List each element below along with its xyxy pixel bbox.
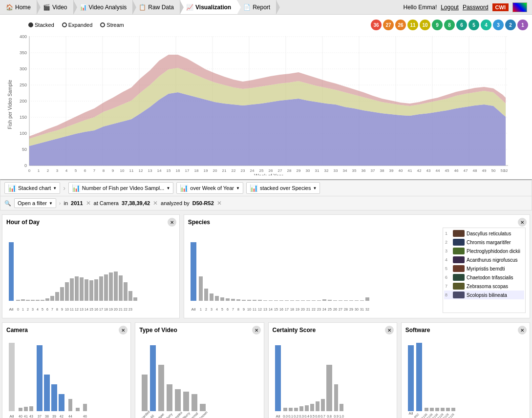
camera-remove[interactable]: ✕: [153, 200, 158, 207]
week-badge-26[interactable]: 26: [395, 20, 406, 30]
week-badge-4[interactable]: 4: [481, 20, 491, 30]
nav-home[interactable]: 🏠 Home: [0, 0, 37, 14]
open-filter-button[interactable]: Open a filter ▼: [14, 198, 56, 208]
logout-link[interactable]: Logout: [441, 4, 459, 11]
all-species-bar[interactable]: [191, 242, 196, 301]
svg-text:38: 38: [45, 415, 49, 418]
species-panel: Species ✕: [184, 214, 530, 318]
camera-chart: All 40 41 43 37 38 39 42 44 46 HoBiHu NP…: [6, 335, 121, 418]
chart-type-control[interactable]: 📊 Stacked chart ▼: [4, 182, 60, 194]
svg-text:7: 7: [51, 308, 53, 311]
nav-report[interactable]: 📄 Report: [237, 0, 277, 14]
hour-of-day-panel: Hour of Day ✕: [2, 214, 180, 318]
svg-rect-225: [192, 394, 197, 411]
week-badge-1[interactable]: 1: [517, 20, 528, 30]
week-badge-36[interactable]: 36: [371, 20, 382, 30]
legend-stream[interactable]: Stream: [100, 22, 124, 28]
navigation-bar: 🏠 Home 🎬 Video 📊 Video Analysis 📋 Raw Da…: [0, 0, 532, 15]
week-badge-5[interactable]: 5: [468, 20, 479, 30]
camera-all-bar[interactable]: [9, 343, 15, 411]
svg-text:250: 250: [19, 83, 26, 87]
type-discarded-bar[interactable]: [142, 375, 148, 411]
week-badge-3[interactable]: 3: [493, 20, 504, 30]
svg-rect-143: [231, 299, 235, 301]
nav-raw-data[interactable]: 📋 Raw Data: [133, 0, 180, 14]
camera-npp3-39[interactable]: [51, 384, 57, 411]
year-remove[interactable]: ✕: [86, 200, 91, 207]
software-all-bar[interactable]: [408, 345, 414, 411]
svg-text:29: 29: [296, 168, 300, 173]
nav-video-analysis[interactable]: 📊 Video Analysis: [74, 0, 133, 14]
password-link[interactable]: Password: [463, 4, 489, 11]
certainty-panel-close[interactable]: ✕: [385, 326, 394, 334]
week-badge-9[interactable]: 9: [432, 20, 443, 30]
week-badge-2[interactable]: 2: [505, 20, 516, 30]
report-icon: 📄: [243, 4, 251, 11]
species-panel-close[interactable]: ✕: [518, 218, 527, 227]
camera-npp3-37[interactable]: [37, 345, 43, 411]
svg-rect-163: [339, 300, 342, 301]
stack-dropdown[interactable]: ▼: [313, 186, 317, 190]
svg-rect-144: [236, 299, 240, 301]
nav-video[interactable]: 🎬 Video: [37, 0, 73, 14]
svg-rect-158: [312, 300, 316, 301]
svg-text:0.8: 0.8: [327, 415, 332, 418]
type-all-bar[interactable]: [150, 345, 156, 411]
svg-text:26: 26: [268, 168, 273, 173]
all-bar[interactable]: [9, 242, 14, 301]
svg-rect-94: [50, 296, 54, 301]
analyzed-remove[interactable]: ✕: [217, 200, 222, 207]
svg-text:19: 19: [296, 308, 299, 311]
svg-text:150: 150: [19, 115, 26, 120]
svg-rect-106: [109, 272, 113, 301]
svg-text:42: 42: [417, 168, 421, 173]
hour-panel-close[interactable]: ✕: [168, 218, 176, 227]
svg-rect-99: [75, 276, 79, 301]
software-panel-close[interactable]: ✕: [518, 326, 527, 334]
week-badge-11[interactable]: 11: [407, 20, 418, 30]
certainty-08-bar[interactable]: [326, 365, 332, 411]
software-d50-bar[interactable]: [416, 343, 422, 411]
svg-text:47: 47: [463, 168, 468, 173]
filter-dropdown[interactable]: ▼: [49, 201, 53, 206]
type-panel-close[interactable]: ✕: [252, 326, 261, 334]
camera-panel: Camera ✕ All 40 41 43 37: [2, 322, 131, 418]
svg-text:22: 22: [124, 308, 128, 311]
chart-type-dropdown[interactable]: ▼: [53, 186, 57, 190]
svg-text:44: 44: [68, 415, 72, 418]
svg-text:1: 1: [200, 308, 202, 311]
svg-text:7: 7: [93, 168, 95, 173]
svg-text:14: 14: [269, 308, 273, 311]
time-dropdown[interactable]: ▼: [236, 186, 240, 190]
week-badge-8[interactable]: 8: [444, 20, 455, 30]
svg-text:11: 11: [253, 308, 256, 311]
svg-rect-260: [441, 408, 445, 411]
nav-visualization[interactable]: 📈 Visualization: [180, 0, 237, 14]
svg-rect-244: [340, 404, 343, 411]
svg-rect-100: [80, 277, 84, 301]
svg-text:1: 1: [22, 308, 24, 311]
week-badge-10[interactable]: 10: [420, 20, 430, 30]
species-panel-title: Species: [188, 219, 526, 226]
measure-dropdown[interactable]: ▼: [166, 186, 170, 190]
week-badge-27[interactable]: 27: [383, 20, 394, 30]
svg-text:0.1: 0.1: [288, 415, 293, 418]
certainty-all-bar[interactable]: [275, 345, 281, 411]
svg-text:41: 41: [24, 415, 28, 418]
svg-text:All: All: [408, 411, 413, 416]
measure-control[interactable]: 📊 Number of Fish per Video Sampl... ▼: [68, 182, 173, 194]
camera-npp3-42[interactable]: [59, 394, 64, 411]
svg-text:3: 3: [211, 308, 213, 311]
svg-rect-91: [36, 300, 40, 301]
legend-expanded[interactable]: Expanded: [62, 22, 93, 28]
time-control[interactable]: 📊 over Week of Year ▼: [176, 182, 243, 194]
legend-stacked[interactable]: Stacked: [28, 22, 54, 28]
stack-control[interactable]: 📊 stacked over Species ▼: [246, 182, 320, 194]
svg-rect-259: [435, 408, 439, 411]
svg-rect-101: [85, 279, 88, 301]
svg-rect-223: [175, 389, 181, 411]
svg-text:40: 40: [19, 415, 22, 418]
week-badge-6[interactable]: 6: [456, 20, 467, 30]
camera-npp3-38[interactable]: [44, 375, 50, 411]
svg-text:10: 10: [65, 308, 69, 311]
